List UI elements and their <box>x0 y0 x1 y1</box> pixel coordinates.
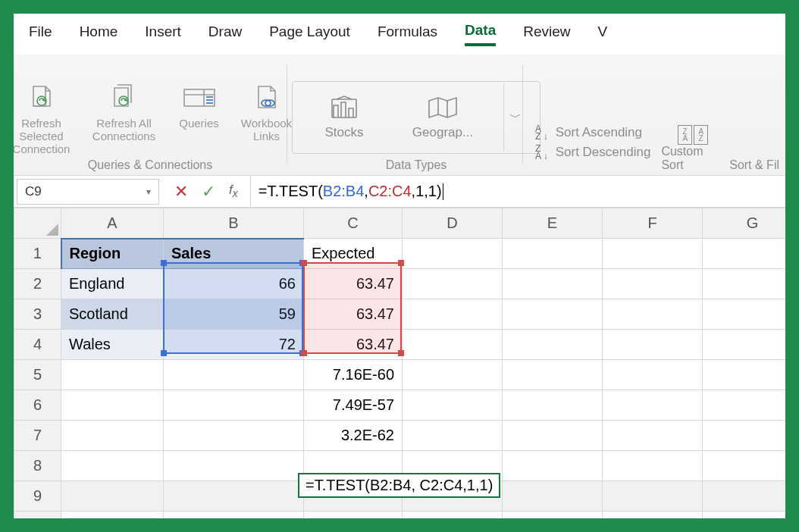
tab-review[interactable]: Review <box>523 23 570 45</box>
cell-B5[interactable] <box>164 360 304 390</box>
cell-D9[interactable] <box>403 481 503 512</box>
tab-file[interactable]: File <box>29 23 52 45</box>
cell-D7[interactable] <box>403 421 503 451</box>
cell-F2[interactable] <box>603 269 703 299</box>
row-header-7[interactable]: 7 <box>14 421 61 451</box>
sort-ascending-button[interactable]: AZ ↓ Sort Ascending <box>535 125 650 140</box>
cell-B7[interactable] <box>164 421 304 451</box>
cell-C8[interactable] <box>304 451 403 481</box>
cell-F10[interactable] <box>603 512 703 519</box>
col-header-D[interactable]: D <box>403 208 503 239</box>
name-box[interactable]: C9 ▾ <box>17 179 159 205</box>
cell-G9[interactable] <box>703 481 786 512</box>
col-header-B[interactable]: B <box>164 208 304 239</box>
cell-E2[interactable] <box>503 269 603 299</box>
queries-button[interactable]: Queries <box>167 78 231 155</box>
chevron-down-icon[interactable]: ▾ <box>146 186 151 197</box>
cell-D4[interactable] <box>403 330 503 360</box>
cell-F8[interactable] <box>603 451 703 481</box>
spreadsheet-grid[interactable]: A B C D E F G 1 Region Sales Expected 2 <box>14 208 785 518</box>
cell-B3[interactable]: 59 <box>164 299 304 330</box>
cell-C7[interactable]: 3.2E-62 <box>304 421 403 451</box>
cell-A3[interactable]: Scotland <box>61 299 164 330</box>
cell-C10[interactable] <box>304 512 403 519</box>
cell-E4[interactable] <box>503 330 603 360</box>
tab-formulas[interactable]: Formulas <box>378 23 437 45</box>
row-header-4[interactable]: 4 <box>14 330 61 360</box>
select-all-corner[interactable] <box>14 208 61 239</box>
cell-G2[interactable] <box>703 269 786 299</box>
data-types-gallery[interactable]: Stocks Geograp... ﹀ <box>292 81 540 154</box>
cell-A6[interactable] <box>61 390 164 421</box>
cell-G8[interactable] <box>703 451 786 481</box>
tab-draw[interactable]: Draw <box>208 23 242 45</box>
tab-page-layout[interactable]: Page Layout <box>269 23 350 45</box>
tab-data[interactable]: Data <box>465 22 496 46</box>
cell-G1[interactable] <box>703 239 786 269</box>
cell-G4[interactable] <box>703 330 786 360</box>
cell-D6[interactable] <box>403 390 503 421</box>
cell-B10[interactable] <box>164 512 304 519</box>
cell-C5[interactable]: 7.16E-60 <box>304 360 403 390</box>
cell-E5[interactable] <box>503 360 603 390</box>
cell-G7[interactable] <box>703 421 786 451</box>
row-header-3[interactable]: 3 <box>14 299 61 330</box>
col-header-A[interactable]: A <box>61 208 164 239</box>
cell-E7[interactable] <box>503 421 603 451</box>
cell-G10[interactable] <box>703 512 786 519</box>
cell-G6[interactable] <box>703 390 786 421</box>
cell-A8[interactable] <box>61 451 164 481</box>
fx-icon[interactable]: fx <box>229 183 238 199</box>
col-header-F[interactable]: F <box>603 208 703 239</box>
cell-D5[interactable] <box>403 360 503 390</box>
row-header-6[interactable]: 6 <box>14 390 61 421</box>
cell-D1[interactable] <box>403 239 503 269</box>
cell-C2[interactable]: 63.47 <box>304 269 403 299</box>
cell-E1[interactable] <box>503 239 603 269</box>
cell-A1[interactable]: Region <box>61 239 164 269</box>
cell-A10[interactable] <box>61 512 164 519</box>
tab-home[interactable]: Home <box>80 23 118 45</box>
cell-B6[interactable] <box>164 390 304 421</box>
cell-E8[interactable] <box>503 451 603 481</box>
cell-C9[interactable] <box>304 481 403 512</box>
col-header-E[interactable]: E <box>503 208 603 239</box>
cell-A9[interactable] <box>61 481 164 512</box>
cell-D2[interactable] <box>403 269 503 299</box>
cell-D3[interactable] <box>403 299 503 330</box>
cell-E10[interactable] <box>503 512 603 519</box>
cell-D8[interactable] <box>403 451 503 481</box>
geography-datatype[interactable]: Geograp... <box>405 95 481 140</box>
cell-E9[interactable] <box>503 481 603 512</box>
cell-F9[interactable] <box>603 481 703 512</box>
cell-E3[interactable] <box>503 299 603 330</box>
cell-F6[interactable] <box>603 390 703 421</box>
col-header-G[interactable]: G <box>703 208 786 239</box>
row-header-9[interactable]: 9 <box>14 481 61 512</box>
cell-C4[interactable]: 63.47 <box>304 330 403 360</box>
cell-F5[interactable] <box>603 360 703 390</box>
cell-A7[interactable] <box>61 421 164 451</box>
col-header-C[interactable]: C <box>304 208 403 239</box>
row-header-8[interactable]: 8 <box>14 451 61 481</box>
tab-view-partial[interactable]: V <box>598 23 608 45</box>
cell-D10[interactable] <box>403 512 503 519</box>
row-header-5[interactable]: 5 <box>14 360 61 390</box>
cell-A4[interactable]: Wales <box>61 330 164 360</box>
cell-B1[interactable]: Sales <box>164 239 304 269</box>
stocks-datatype[interactable]: Stocks <box>306 95 382 140</box>
cancel-formula-button[interactable]: ✕ <box>174 182 188 202</box>
cell-B8[interactable] <box>164 451 304 481</box>
cell-C3[interactable]: 63.47 <box>304 299 403 330</box>
cell-C6[interactable]: 7.49E-57 <box>304 390 403 421</box>
cell-F4[interactable] <box>603 330 703 360</box>
row-header-10[interactable]: 10 <box>14 512 61 519</box>
cell-G5[interactable] <box>703 360 786 390</box>
custom-sort-button[interactable]: ZAAZ Custom Sort <box>661 117 725 172</box>
sort-descending-button[interactable]: ZA ↓ Sort Descending <box>535 145 650 160</box>
refresh-all-button[interactable]: Refresh All Connections <box>84 78 164 155</box>
cell-B2[interactable]: 66 <box>164 269 304 299</box>
row-header-1[interactable]: 1 <box>14 239 61 269</box>
cell-C1[interactable]: Expected <box>304 239 403 269</box>
cell-F7[interactable] <box>603 421 703 451</box>
